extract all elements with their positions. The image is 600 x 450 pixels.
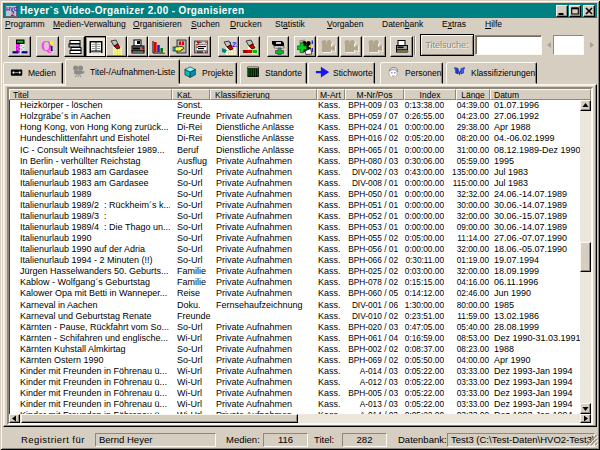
svg-text:2: 2 xyxy=(11,10,15,17)
svg-text:90: 90 xyxy=(243,49,247,53)
svg-text:?: ? xyxy=(195,39,200,50)
